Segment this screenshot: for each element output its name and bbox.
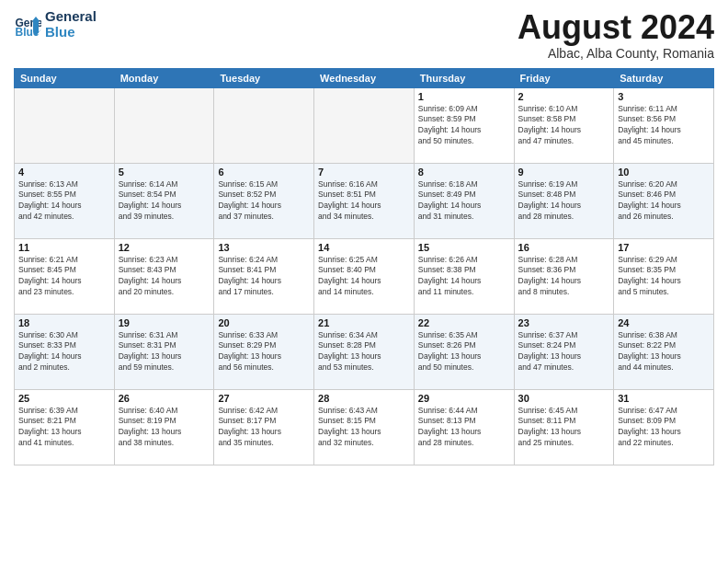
calendar-cell: 24Sunrise: 6:38 AM Sunset: 8:22 PM Dayli… <box>614 314 714 389</box>
header-thursday: Thursday <box>414 68 514 87</box>
calendar-cell: 1Sunrise: 6:09 AM Sunset: 8:59 PM Daylig… <box>414 87 514 163</box>
day-info: Sunrise: 6:13 AM Sunset: 8:55 PM Dayligh… <box>18 179 110 224</box>
day-number: 28 <box>318 393 410 404</box>
calendar-cell: 15Sunrise: 6:26 AM Sunset: 8:38 PM Dayli… <box>414 238 514 314</box>
day-info: Sunrise: 6:15 AM Sunset: 8:52 PM Dayligh… <box>218 179 310 224</box>
calendar-cell: 20Sunrise: 6:33 AM Sunset: 8:29 PM Dayli… <box>214 314 314 389</box>
day-info: Sunrise: 6:45 AM Sunset: 8:11 PM Dayligh… <box>518 406 610 450</box>
calendar-cell: 9Sunrise: 6:19 AM Sunset: 8:48 PM Daylig… <box>514 163 614 238</box>
day-info: Sunrise: 6:29 AM Sunset: 8:35 PM Dayligh… <box>618 255 710 299</box>
day-info: Sunrise: 6:44 AM Sunset: 8:13 PM Dayligh… <box>418 406 510 450</box>
calendar-cell: 21Sunrise: 6:34 AM Sunset: 8:28 PM Dayli… <box>314 314 415 389</box>
day-info: Sunrise: 6:39 AM Sunset: 8:21 PM Dayligh… <box>18 406 110 450</box>
day-number: 1 <box>418 91 510 102</box>
day-number: 29 <box>418 393 510 404</box>
calendar-week-1: 1Sunrise: 6:09 AM Sunset: 8:59 PM Daylig… <box>15 87 714 163</box>
header-friday: Friday <box>514 68 614 87</box>
day-number: 23 <box>518 317 610 328</box>
calendar-week-3: 11Sunrise: 6:21 AM Sunset: 8:45 PM Dayli… <box>15 238 714 314</box>
day-number: 12 <box>119 242 210 253</box>
day-info: Sunrise: 6:35 AM Sunset: 8:26 PM Dayligh… <box>418 330 510 374</box>
calendar-cell: 17Sunrise: 6:29 AM Sunset: 8:35 PM Dayli… <box>614 238 714 314</box>
calendar-cell: 10Sunrise: 6:20 AM Sunset: 8:46 PM Dayli… <box>614 163 714 238</box>
day-info: Sunrise: 6:40 AM Sunset: 8:19 PM Dayligh… <box>119 406 210 450</box>
logo-general: General <box>45 9 97 25</box>
day-number: 16 <box>518 242 610 253</box>
day-info: Sunrise: 6:34 AM Sunset: 8:28 PM Dayligh… <box>318 330 410 374</box>
calendar-cell: 4Sunrise: 6:13 AM Sunset: 8:55 PM Daylig… <box>15 163 115 238</box>
header: General Blue General Blue August 2024 Al… <box>14 9 714 61</box>
day-info: Sunrise: 6:19 AM Sunset: 8:48 PM Dayligh… <box>518 179 610 224</box>
day-info: Sunrise: 6:09 AM Sunset: 8:59 PM Dayligh… <box>418 104 510 148</box>
month-title: August 2024 <box>518 9 714 46</box>
calendar: Sunday Monday Tuesday Wednesday Thursday… <box>14 68 714 465</box>
calendar-cell: 29Sunrise: 6:44 AM Sunset: 8:13 PM Dayli… <box>414 389 514 465</box>
header-tuesday: Tuesday <box>214 68 314 87</box>
day-info: Sunrise: 6:37 AM Sunset: 8:24 PM Dayligh… <box>518 330 610 374</box>
day-info: Sunrise: 6:38 AM Sunset: 8:22 PM Dayligh… <box>618 330 710 374</box>
header-monday: Monday <box>114 68 214 87</box>
day-number: 13 <box>218 242 310 253</box>
calendar-cell: 26Sunrise: 6:40 AM Sunset: 8:19 PM Dayli… <box>114 389 214 465</box>
calendar-cell <box>214 87 314 163</box>
day-number: 10 <box>618 167 710 178</box>
day-info: Sunrise: 6:21 AM Sunset: 8:45 PM Dayligh… <box>18 255 110 299</box>
day-info: Sunrise: 6:47 AM Sunset: 8:09 PM Dayligh… <box>618 406 710 450</box>
calendar-week-5: 25Sunrise: 6:39 AM Sunset: 8:21 PM Dayli… <box>15 389 714 465</box>
calendar-cell: 23Sunrise: 6:37 AM Sunset: 8:24 PM Dayli… <box>514 314 614 389</box>
calendar-cell: 14Sunrise: 6:25 AM Sunset: 8:40 PM Dayli… <box>314 238 415 314</box>
calendar-week-2: 4Sunrise: 6:13 AM Sunset: 8:55 PM Daylig… <box>15 163 714 238</box>
day-number: 22 <box>418 317 510 328</box>
day-number: 2 <box>518 91 610 102</box>
day-info: Sunrise: 6:10 AM Sunset: 8:58 PM Dayligh… <box>518 104 610 148</box>
day-number: 21 <box>318 317 410 328</box>
title-section: August 2024 Albac, Alba County, Romania <box>518 9 714 61</box>
location: Albac, Alba County, Romania <box>518 46 714 61</box>
day-number: 4 <box>18 167 110 178</box>
calendar-cell: 30Sunrise: 6:45 AM Sunset: 8:11 PM Dayli… <box>514 389 614 465</box>
calendar-cell: 22Sunrise: 6:35 AM Sunset: 8:26 PM Dayli… <box>414 314 514 389</box>
day-info: Sunrise: 6:25 AM Sunset: 8:40 PM Dayligh… <box>318 255 410 299</box>
day-number: 24 <box>618 317 710 328</box>
calendar-cell: 5Sunrise: 6:14 AM Sunset: 8:54 PM Daylig… <box>114 163 214 238</box>
calendar-cell: 19Sunrise: 6:31 AM Sunset: 8:31 PM Dayli… <box>114 314 214 389</box>
calendar-cell: 25Sunrise: 6:39 AM Sunset: 8:21 PM Dayli… <box>15 389 115 465</box>
calendar-cell <box>15 87 115 163</box>
day-number: 26 <box>119 393 210 404</box>
calendar-cell <box>114 87 214 163</box>
day-number: 9 <box>518 167 610 178</box>
calendar-cell: 12Sunrise: 6:23 AM Sunset: 8:43 PM Dayli… <box>114 238 214 314</box>
day-info: Sunrise: 6:30 AM Sunset: 8:33 PM Dayligh… <box>18 330 110 374</box>
day-info: Sunrise: 6:31 AM Sunset: 8:31 PM Dayligh… <box>119 330 210 374</box>
logo: General Blue General Blue <box>14 9 97 40</box>
day-number: 7 <box>318 167 410 178</box>
day-info: Sunrise: 6:14 AM Sunset: 8:54 PM Dayligh… <box>119 179 210 224</box>
day-number: 8 <box>418 167 510 178</box>
day-number: 5 <box>119 167 210 178</box>
calendar-cell: 7Sunrise: 6:16 AM Sunset: 8:51 PM Daylig… <box>314 163 415 238</box>
calendar-week-4: 18Sunrise: 6:30 AM Sunset: 8:33 PM Dayli… <box>15 314 714 389</box>
calendar-cell: 2Sunrise: 6:10 AM Sunset: 8:58 PM Daylig… <box>514 87 614 163</box>
day-number: 6 <box>218 167 310 178</box>
day-number: 11 <box>18 242 110 253</box>
header-sunday: Sunday <box>15 68 115 87</box>
calendar-cell: 28Sunrise: 6:43 AM Sunset: 8:15 PM Dayli… <box>314 389 415 465</box>
logo-blue: Blue <box>45 25 97 40</box>
day-number: 25 <box>18 393 110 404</box>
calendar-cell: 18Sunrise: 6:30 AM Sunset: 8:33 PM Dayli… <box>15 314 115 389</box>
day-number: 19 <box>119 317 210 328</box>
calendar-cell: 6Sunrise: 6:15 AM Sunset: 8:52 PM Daylig… <box>214 163 314 238</box>
day-number: 27 <box>218 393 310 404</box>
day-info: Sunrise: 6:16 AM Sunset: 8:51 PM Dayligh… <box>318 179 410 224</box>
day-info: Sunrise: 6:26 AM Sunset: 8:38 PM Dayligh… <box>418 255 510 299</box>
day-number: 30 <box>518 393 610 404</box>
page: General Blue General Blue August 2024 Al… <box>0 0 728 563</box>
day-info: Sunrise: 6:33 AM Sunset: 8:29 PM Dayligh… <box>218 330 310 374</box>
day-info: Sunrise: 6:43 AM Sunset: 8:15 PM Dayligh… <box>318 406 410 450</box>
calendar-cell: 8Sunrise: 6:18 AM Sunset: 8:49 PM Daylig… <box>414 163 514 238</box>
logo-icon: General Blue <box>14 11 41 39</box>
day-number: 18 <box>18 317 110 328</box>
calendar-cell: 13Sunrise: 6:24 AM Sunset: 8:41 PM Dayli… <box>214 238 314 314</box>
day-info: Sunrise: 6:18 AM Sunset: 8:49 PM Dayligh… <box>418 179 510 224</box>
day-info: Sunrise: 6:11 AM Sunset: 8:56 PM Dayligh… <box>618 104 710 148</box>
